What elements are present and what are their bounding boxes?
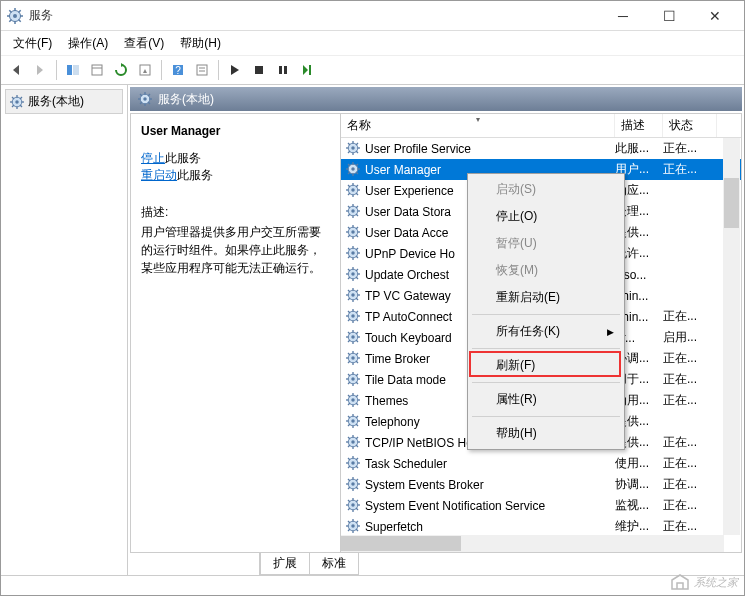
tab-extended[interactable]: 扩展 [260, 553, 310, 575]
gear-icon [10, 95, 24, 109]
app-icon [7, 8, 23, 24]
service-row[interactable]: User Profile Service此服...正在... [341, 138, 741, 159]
help-button[interactable]: ? [167, 59, 189, 81]
vertical-scrollbar[interactable] [723, 138, 740, 535]
restart-service-button[interactable] [296, 59, 318, 81]
service-name: Task Scheduler [365, 457, 615, 471]
window-title: 服务 [29, 7, 600, 24]
service-row[interactable]: System Events Broker协调...正在... [341, 474, 741, 495]
service-desc: 此服... [615, 140, 663, 157]
title-bar: 服务 ─ ☐ ✕ [1, 1, 744, 31]
gear-icon [138, 92, 152, 106]
svg-rect-22 [284, 66, 287, 74]
svg-rect-23 [309, 65, 311, 75]
gear-icon [346, 477, 362, 493]
service-name: User Profile Service [365, 142, 615, 156]
service-name: System Events Broker [365, 478, 615, 492]
service-row[interactable]: Task Scheduler使用...正在... [341, 453, 741, 474]
refresh-button[interactable] [110, 59, 132, 81]
service-status: 正在... [663, 476, 717, 493]
service-status: 正在... [663, 161, 717, 178]
description-text: 用户管理器提供多用户交互所需要的运行时组件。如果停止此服务，某些应用程序可能无法… [141, 223, 330, 277]
svg-rect-20 [255, 66, 263, 74]
stop-link[interactable]: 停止 [141, 151, 165, 165]
service-desc: 监视... [615, 497, 663, 514]
context-menu-item: 恢复(M) [470, 257, 622, 284]
context-menu-item: 暂停(U) [470, 230, 622, 257]
context-menu-item[interactable]: 属性(R) [470, 386, 622, 413]
service-status: 正在... [663, 308, 717, 325]
gear-icon [346, 414, 362, 430]
gear-icon [346, 225, 362, 241]
pause-service-button[interactable] [272, 59, 294, 81]
menu-file[interactable]: 文件(F) [5, 33, 60, 54]
detail-pane: User Manager 停止此服务 重启动此服务 描述: 用户管理器提供多用户… [131, 114, 341, 552]
status-bar [1, 575, 744, 595]
service-row[interactable]: System Event Notification Service监视...正在… [341, 495, 741, 516]
gear-icon [346, 141, 362, 157]
submenu-arrow-icon: ▶ [607, 327, 614, 337]
menu-action[interactable]: 操作(A) [60, 33, 116, 54]
service-status: 正在... [663, 497, 717, 514]
tree-pane: 服务(本地) [1, 85, 128, 575]
column-status[interactable]: 状态 [663, 114, 717, 137]
service-row[interactable]: Superfetch维护...正在... [341, 516, 741, 537]
back-button[interactable] [5, 59, 27, 81]
service-status: 正在... [663, 371, 717, 388]
gear-icon [346, 351, 362, 367]
panel-header-label: 服务(本地) [158, 91, 214, 108]
sort-indicator-icon: ▾ [476, 115, 480, 124]
toolbar: ? [1, 55, 744, 85]
gear-icon [346, 183, 362, 199]
watermark: 系统之家 [670, 573, 738, 591]
tab-standard[interactable]: 标准 [309, 553, 359, 575]
context-menu-item[interactable]: 重新启动(E) [470, 284, 622, 311]
horizontal-scrollbar[interactable] [341, 535, 724, 552]
forward-button[interactable] [29, 59, 51, 81]
menu-bar: 文件(F) 操作(A) 查看(V) 帮助(H) [1, 31, 744, 55]
context-menu-item: 启动(S) [470, 176, 622, 203]
service-name: Superfetch [365, 520, 615, 534]
context-menu-item[interactable]: 刷新(F) [470, 352, 622, 379]
service-status: 正在... [663, 455, 717, 472]
gear-icon [346, 246, 362, 262]
service-desc: 使用... [615, 455, 663, 472]
minimize-button[interactable]: ─ [600, 1, 646, 31]
gear-icon [346, 330, 362, 346]
menu-help[interactable]: 帮助(H) [172, 33, 229, 54]
column-name[interactable]: 名称 ▾ [341, 114, 615, 137]
gear-icon [346, 393, 362, 409]
maximize-button[interactable]: ☐ [646, 1, 692, 31]
svg-rect-11 [73, 65, 79, 75]
tree-item-label: 服务(本地) [28, 93, 84, 110]
column-description[interactable]: 描述 [615, 114, 663, 137]
tree-item-services-local[interactable]: 服务(本地) [5, 89, 123, 114]
service-desc: 维护... [615, 518, 663, 535]
context-menu-item[interactable]: 所有任务(K)▶ [470, 318, 622, 345]
description-label: 描述: [141, 204, 330, 221]
stop-service-button[interactable] [248, 59, 270, 81]
svg-rect-10 [67, 65, 72, 75]
context-menu-item[interactable]: 帮助(H) [470, 420, 622, 447]
gear-icon [346, 309, 362, 325]
gear-icon [346, 288, 362, 304]
svg-rect-12 [92, 65, 102, 75]
context-menu-item[interactable]: 停止(O) [470, 203, 622, 230]
gear-icon [346, 267, 362, 283]
properties-button[interactable] [191, 59, 213, 81]
export-button[interactable] [86, 59, 108, 81]
gear-icon [346, 372, 362, 388]
close-button[interactable]: ✕ [692, 1, 738, 31]
restart-link[interactable]: 重启动 [141, 168, 177, 182]
gear-icon [346, 204, 362, 220]
gear-icon [346, 498, 362, 514]
context-menu: 启动(S)停止(O)暂停(U)恢复(M)重新启动(E)所有任务(K)▶刷新(F)… [467, 173, 625, 450]
show-hide-tree-button[interactable] [62, 59, 84, 81]
service-status: 正在... [663, 434, 717, 451]
gear-icon [346, 162, 362, 178]
menu-view[interactable]: 查看(V) [116, 33, 172, 54]
detail-title: User Manager [141, 124, 330, 138]
export-list-button[interactable] [134, 59, 156, 81]
service-status: 正在... [663, 518, 717, 535]
start-service-button[interactable] [224, 59, 246, 81]
